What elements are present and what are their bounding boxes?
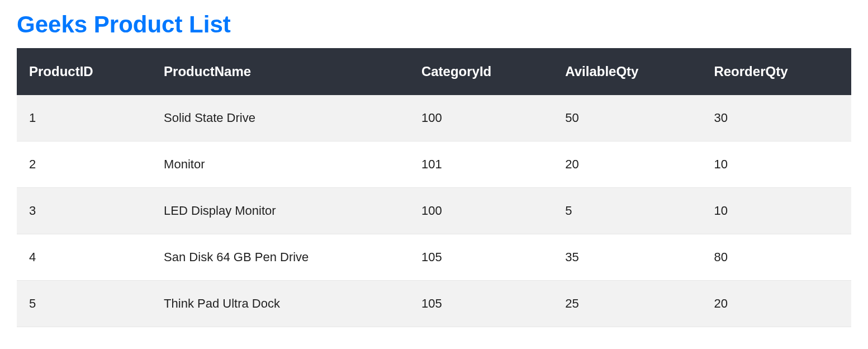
cell-productid: 5 bbox=[17, 281, 151, 327]
cell-avilableqty: 25 bbox=[553, 281, 701, 327]
table-row: 1 Solid State Drive 100 50 30 bbox=[17, 95, 851, 142]
cell-reorderqty: 20 bbox=[701, 281, 851, 327]
cell-productid: 2 bbox=[17, 142, 151, 188]
cell-reorderqty: 10 bbox=[701, 188, 851, 234]
cell-reorderqty: 10 bbox=[701, 142, 851, 188]
col-categoryid: CategoryId bbox=[409, 48, 553, 95]
cell-avilableqty: 35 bbox=[553, 234, 701, 281]
cell-categoryid: 101 bbox=[409, 142, 553, 188]
table-row: 2 Monitor 101 20 10 bbox=[17, 142, 851, 188]
cell-reorderqty: 80 bbox=[701, 234, 851, 281]
cell-productname: LED Display Monitor bbox=[151, 188, 409, 234]
cell-categoryid: 100 bbox=[409, 95, 553, 142]
table-header-row: ProductID ProductName CategoryId Avilabl… bbox=[17, 48, 851, 95]
page-title: Geeks Product List bbox=[17, 11, 851, 38]
cell-productid: 4 bbox=[17, 234, 151, 281]
cell-avilableqty: 50 bbox=[553, 95, 701, 142]
col-avilableqty: AvilableQty bbox=[553, 48, 701, 95]
col-productname: ProductName bbox=[151, 48, 409, 95]
table-row: 3 LED Display Monitor 100 5 10 bbox=[17, 188, 851, 234]
cell-categoryid: 105 bbox=[409, 234, 553, 281]
table-row: 5 Think Pad Ultra Dock 105 25 20 bbox=[17, 281, 851, 327]
cell-productname: Monitor bbox=[151, 142, 409, 188]
col-productid: ProductID bbox=[17, 48, 151, 95]
cell-avilableqty: 20 bbox=[553, 142, 701, 188]
cell-productid: 3 bbox=[17, 188, 151, 234]
product-table: ProductID ProductName CategoryId Avilabl… bbox=[17, 48, 851, 327]
cell-categoryid: 100 bbox=[409, 188, 553, 234]
cell-productname: Think Pad Ultra Dock bbox=[151, 281, 409, 327]
cell-avilableqty: 5 bbox=[553, 188, 701, 234]
cell-reorderqty: 30 bbox=[701, 95, 851, 142]
cell-productname: San Disk 64 GB Pen Drive bbox=[151, 234, 409, 281]
cell-productname: Solid State Drive bbox=[151, 95, 409, 142]
cell-productid: 1 bbox=[17, 95, 151, 142]
col-reorderqty: ReorderQty bbox=[701, 48, 851, 95]
cell-categoryid: 105 bbox=[409, 281, 553, 327]
table-row: 4 San Disk 64 GB Pen Drive 105 35 80 bbox=[17, 234, 851, 281]
